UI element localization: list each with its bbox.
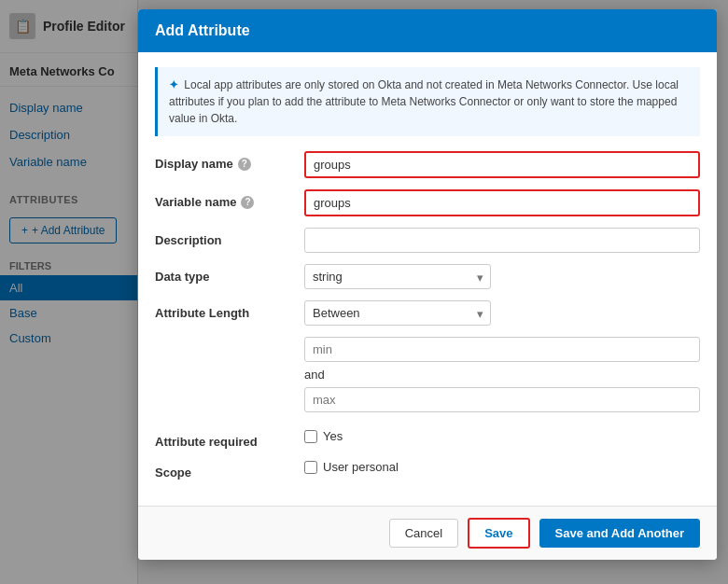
modal-footer: Cancel Save Save and Add Another [138,506,717,560]
description-control [304,228,700,253]
attribute-length-label: Attribute Length [155,300,304,320]
variable-name-control [304,189,700,216]
description-input[interactable] [304,228,700,253]
attribute-required-label: Attribute required [155,429,304,449]
max-input[interactable] [304,387,700,412]
yes-label: Yes [323,429,343,443]
modal-title: Add Attribute [155,22,250,38]
description-label: Description [155,228,304,247]
data-type-control: string integer number boolean [304,264,700,289]
modal-body: ✦ Local app attributes are only stored o… [138,52,717,506]
save-button[interactable]: Save [468,518,529,549]
attribute-required-row: Attribute required Yes [155,429,700,449]
attribute-required-checkbox-row: Yes [304,429,700,443]
min-max-empty-label [155,337,304,342]
display-name-help-icon[interactable]: ? [238,158,251,171]
scope-control: User personal [304,460,700,474]
and-label: and [304,368,700,382]
cancel-button[interactable]: Cancel [389,519,458,548]
attribute-length-row: Attribute Length Between Min Max None [155,300,700,326]
display-name-control [304,151,700,178]
description-row: Description [155,228,700,253]
add-attribute-modal: Add Attribute ✦ Local app attributes are… [138,9,717,560]
scope-checkbox[interactable] [304,461,317,474]
modal-header: Add Attribute [138,9,717,52]
attribute-length-select-wrapper: Between Min Max None [304,300,491,326]
min-input[interactable] [304,337,700,362]
display-name-input[interactable] [304,151,700,178]
data-type-label: Data type [155,264,304,284]
info-box: ✦ Local app attributes are only stored o… [155,67,700,136]
save-and-add-another-button[interactable]: Save and Add Another [539,519,700,548]
variable-name-help-icon[interactable]: ? [241,196,254,209]
scope-checkbox-row: User personal [304,460,700,474]
attribute-length-select[interactable]: Between Min Max None [304,300,491,326]
variable-name-row: Variable name ? [155,189,700,216]
display-name-label: Display name ? [155,151,304,171]
min-max-control: and [304,337,700,418]
attribute-required-control: Yes [304,429,700,443]
attribute-required-checkbox[interactable] [304,430,317,443]
attribute-length-control: Between Min Max None [304,300,700,326]
star-icon: ✦ [169,78,178,91]
display-name-row: Display name ? [155,151,700,178]
scope-label: Scope [155,460,304,480]
data-type-select[interactable]: string integer number boolean [304,264,491,289]
variable-name-label: Variable name ? [155,189,304,209]
min-max-row: and [155,337,700,418]
scope-row: Scope User personal [155,460,700,480]
data-type-row: Data type string integer number boolean [155,264,700,289]
data-type-select-wrapper: string integer number boolean [304,264,491,289]
info-text: Local app attributes are only stored on … [169,78,679,125]
variable-name-input[interactable] [304,189,700,216]
user-personal-label: User personal [323,460,399,474]
